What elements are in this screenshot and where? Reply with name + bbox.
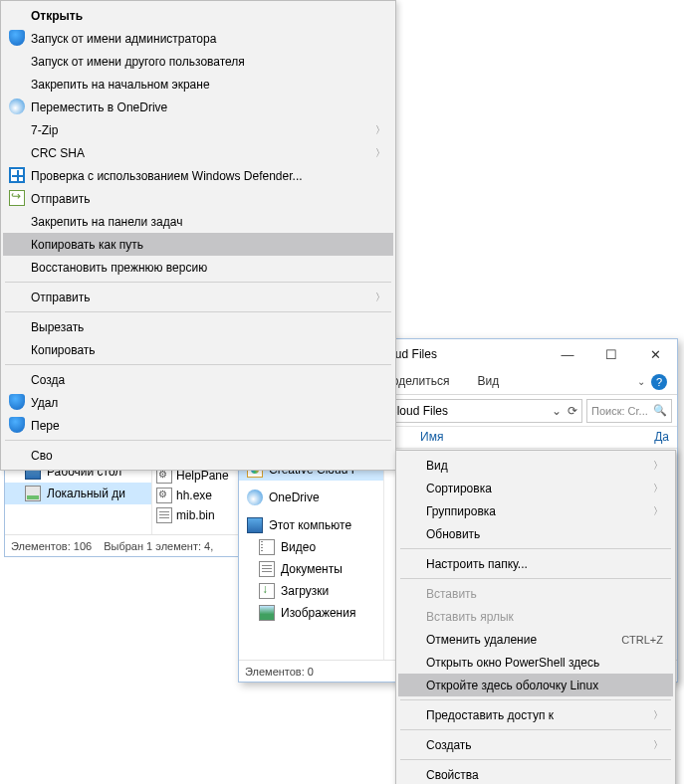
document-icon <box>259 561 275 577</box>
share-icon <box>9 190 25 206</box>
separator <box>5 311 391 312</box>
nav-video[interactable]: Видео <box>239 536 383 558</box>
ctx-create-shortcut[interactable]: Созда <box>3 368 393 391</box>
exe-icon <box>156 488 172 503</box>
ctx-new[interactable]: Создать〉 <box>398 733 673 756</box>
ctx-paste: Вставить <box>398 582 673 605</box>
separator <box>5 440 391 441</box>
onedrive-icon <box>247 490 263 505</box>
item-count: Элементов: 106 <box>11 540 92 552</box>
ctx-rename[interactable]: Пере <box>3 414 393 437</box>
ctx-7zip[interactable]: 7-Zip〉 <box>3 118 393 141</box>
ctx-send-to[interactable]: Отправить〉 <box>3 286 393 308</box>
ctx-cut[interactable]: Вырезать <box>3 315 393 338</box>
maximize-button[interactable]: ☐ <box>589 339 633 369</box>
separator <box>400 578 671 579</box>
chevron-right-icon: 〉 <box>653 738 663 752</box>
separator <box>400 699 671 700</box>
download-icon <box>259 583 275 599</box>
nav-downloads[interactable]: Загрузки <box>239 580 383 602</box>
tab-view[interactable]: Вид <box>463 369 513 394</box>
shield-icon <box>9 394 25 410</box>
file-item[interactable]: hh.exe <box>154 486 240 505</box>
chevron-right-icon: 〉 <box>653 504 663 518</box>
separator <box>400 548 671 549</box>
search-icon: 🔍 <box>653 404 667 417</box>
file-item[interactable]: mib.bin <box>154 505 240 525</box>
ctx-give-access[interactable]: Предоставить доступ к〉 <box>398 703 673 726</box>
minimize-button[interactable]: — <box>546 339 589 369</box>
separator <box>5 282 391 283</box>
ctx-sort[interactable]: Сортировка〉 <box>398 477 673 499</box>
window-controls: — ☐ ✕ <box>546 339 677 369</box>
chevron-right-icon: 〉 <box>653 459 663 473</box>
ctx-group[interactable]: Группировка〉 <box>398 499 673 522</box>
image-icon <box>259 605 275 621</box>
ctx-paste-shortcut: Вставить ярлык <box>398 605 673 628</box>
file-context-menu: Открыть Запуск от имени администратора З… <box>0 0 396 471</box>
ctx-properties[interactable]: Свойства <box>398 763 673 784</box>
onedrive-icon <box>9 98 25 114</box>
chevron-right-icon: 〉 <box>653 482 663 495</box>
chevron-right-icon: 〉 <box>653 708 663 722</box>
file-icon <box>156 507 172 523</box>
ctx-delete[interactable]: Удал <box>3 391 393 414</box>
separator <box>400 759 671 760</box>
ctx-refresh[interactable]: Обновить <box>398 522 673 545</box>
nav-onedrive[interactable]: OneDrive <box>239 487 383 508</box>
ctx-crc-sha[interactable]: CRC SHA〉 <box>3 141 393 164</box>
ribbon-expand-icon[interactable]: ⌄ <box>637 376 645 387</box>
pc-icon <box>247 517 263 533</box>
ctx-pin-start[interactable]: Закрепить на начальном экране <box>3 73 393 96</box>
video-icon <box>259 539 275 555</box>
nav-docs[interactable]: Документы <box>239 558 383 580</box>
close-button[interactable]: ✕ <box>633 339 677 369</box>
shield-icon <box>9 30 25 46</box>
ctx-defender-scan[interactable]: Проверка с использованием Windows Defend… <box>3 164 393 187</box>
defender-icon <box>9 167 25 183</box>
ctx-view[interactable]: Вид〉 <box>398 454 673 477</box>
nav-this-pc[interactable]: Этот компьюте <box>239 514 383 536</box>
disk-icon <box>25 486 41 501</box>
refresh-icon[interactable]: ⟳ <box>568 404 577 418</box>
ctx-share[interactable]: Отправить <box>3 187 393 210</box>
ctx-undo[interactable]: Отменить удалениеCTRL+Z <box>398 628 673 651</box>
shield-icon <box>9 417 25 433</box>
ctx-customize-folder[interactable]: Настроить папку... <box>398 552 673 575</box>
help-icon[interactable]: ? <box>651 374 667 390</box>
folder-context-menu: Вид〉 Сортировка〉 Группировка〉 Обновить Н… <box>395 450 676 784</box>
ctx-move-onedrive[interactable]: Переместить в OneDrive <box>3 96 393 118</box>
ctx-pin-taskbar[interactable]: Закрепить на панели задач <box>3 210 393 233</box>
ctx-open[interactable]: Открыть <box>3 4 393 27</box>
column-headers: Имя Да <box>384 427 677 449</box>
search-input[interactable]: Поиск: Cr...🔍 <box>586 399 672 423</box>
ctx-restore-version[interactable]: Восстановить прежнюю версию <box>3 256 393 279</box>
ctx-copy-as-path[interactable]: Копировать как путь <box>3 233 393 256</box>
nav-images[interactable]: Изображения <box>239 602 383 624</box>
ctx-copy[interactable]: Копировать <box>3 338 393 361</box>
ctx-open-powershell[interactable]: Открыть окно PowerShell здесь <box>398 651 673 674</box>
selection-info: Выбран 1 элемент: 4, <box>104 540 213 552</box>
separator <box>400 729 671 730</box>
separator <box>5 364 391 365</box>
chevron-right-icon: 〉 <box>375 123 385 137</box>
status-bar: Элементов: 106 Выбран 1 элемент: 4, <box>5 534 242 556</box>
ribbon-help: ⌄ ? <box>627 369 677 394</box>
item-count: Элементов: 0 <box>245 666 314 678</box>
nav-local-disk[interactable]: Локальный ди <box>5 483 151 504</box>
shortcut-label: CTRL+Z <box>621 634 663 646</box>
ctx-properties[interactable]: Сво <box>3 444 393 467</box>
dropdown-icon[interactable]: ⌄ <box>552 404 562 418</box>
ctx-open-linux-shell[interactable]: Откройте здесь оболочку Linux <box>398 674 673 696</box>
chevron-right-icon: 〉 <box>375 291 385 304</box>
ctx-run-admin[interactable]: Запуск от имени администратора <box>3 27 393 50</box>
col-date[interactable]: Да <box>646 427 677 448</box>
ctx-run-other-user[interactable]: Запуск от имени другого пользователя <box>3 50 393 73</box>
chevron-right-icon: 〉 <box>375 146 385 160</box>
col-name[interactable]: Имя <box>412 427 646 448</box>
